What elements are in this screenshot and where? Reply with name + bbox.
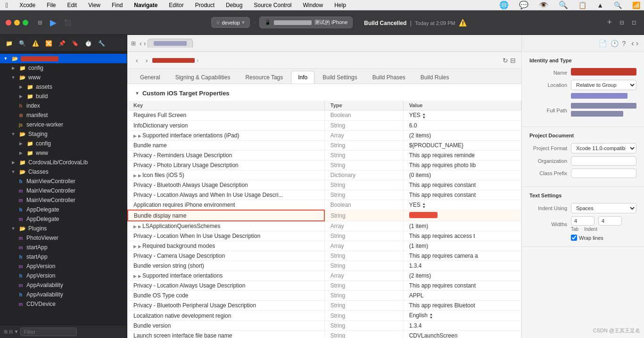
tab-resource-tags[interactable]: Resource Tags [238,71,290,84]
sidebar-item-appversion-m[interactable]: m AppVersion [15,262,127,271]
table-row[interactable]: Requires Full ScreenBooleanYES▲▼ [128,110,521,121]
right-nav-right[interactable]: › [636,39,638,48]
file-tab-icon[interactable]: ⊞ [131,40,136,47]
sidebar-nav-btn-8[interactable]: 🔧 [96,38,107,49]
table-row[interactable]: Privacy - Camera Usage DescriptionString… [128,251,521,261]
minimize-button[interactable] [14,20,20,25]
run-btn[interactable]: ▶ [48,16,58,30]
table-row[interactable]: Privacy - Location Always Usage Descript… [128,281,521,291]
nav-back-btn[interactable]: ‹ [133,56,141,65]
sidebar-item-mvc-m1[interactable]: m MainViewController [15,186,127,195]
sidebar-item-appd-m[interactable]: m AppDelegate [15,214,127,224]
prefix-input[interactable] [571,169,636,178]
stop-btn[interactable]: ⬛ [62,17,73,28]
tab-build-phases[interactable]: Build Phases [365,71,413,84]
sidebar-nav-btn-3[interactable]: ⚠️ [30,38,41,49]
editor-tab-breadcrumb[interactable] [148,39,193,48]
stepper-down[interactable]: ▼ [422,205,426,209]
indent-width-input[interactable] [598,216,622,226]
layout-btn[interactable]: ⊡ [630,17,638,28]
sidebar-item-staging-config[interactable]: ▶ 📁 config [15,139,127,148]
tab-signing[interactable]: Signing & Capabilities [168,71,238,84]
table-row[interactable]: Localization native development regionSt… [128,311,521,321]
sidebar-item-appd-h[interactable]: h AppDelegate [15,205,127,214]
sidebar-item-classes[interactable]: ▼ 📂 Classes [8,167,127,177]
table-row[interactable]: Bundle OS Type codeStringAPPL [128,291,521,301]
menubar-edit[interactable]: Edit [66,2,79,8]
right-help-icon[interactable]: ? [622,40,626,47]
table-row[interactable]: ▶ Icon files (iOS 5)Dictionary(0 items) [128,170,521,180]
close-button[interactable] [6,20,11,25]
table-row[interactable]: Bundle versionString1.3.4 [128,321,521,330]
table-row[interactable]: Privacy - Location Always and When In Us… [128,190,521,200]
menubar-source-control[interactable]: Source Control [252,2,293,8]
table-row[interactable]: ▶ LSApplicationQueriesSchemesArray(1 ite… [128,221,521,231]
tab-build-rules[interactable]: Build Rules [413,71,456,84]
indent-select[interactable]: Spaces [571,203,636,213]
sidebar-nav-btn-4[interactable]: 🔀 [43,38,54,49]
sidebar-item-appavail-h[interactable]: h AppAvailability [15,290,127,299]
maximize-button[interactable] [23,20,28,25]
sidebar-toggle-btn[interactable]: ⊞ [36,17,44,28]
menubar-help[interactable]: Help [332,2,348,8]
stepper-up[interactable]: ▲ [429,313,433,316]
stepper-down[interactable]: ▼ [429,316,433,319]
sidebar-item-appavail-m[interactable]: m AppAvailability [15,280,127,290]
tab-width-input[interactable] [571,216,594,226]
section-collapse-icon[interactable]: ▼ [135,91,140,96]
sidebar-item-startapp-m[interactable]: m startApp [15,243,127,252]
sidebar-item-mvc-h[interactable]: h MainViewController [15,177,127,186]
sidebar-item-manifest[interactable]: ⊛ manifest [15,110,127,120]
forward-nav-btn[interactable]: › [144,40,146,47]
scheme-selector[interactable]: ⑂ develop ▾ [211,17,250,28]
refresh-btn[interactable]: ↻ [503,57,508,64]
table-row[interactable]: Bundle nameString${PRODUCT_NAME} [128,140,521,150]
sidebar-item-startapp-h[interactable]: h startApp [15,252,127,262]
menubar-icon-3[interactable]: 👁️ [539,0,548,9]
sidebar-item-build[interactable]: ▶ 📁 build [15,92,127,101]
device-selector[interactable]: 📱 测试的 iPhone [259,17,353,28]
table-row[interactable]: Privacy - Bluetooth Always Usage Descrip… [128,180,521,190]
format-select[interactable]: Xcode 11.0-compatible [571,143,636,153]
sidebar-item-service-worker[interactable]: js service-worker [15,120,127,129]
table-row[interactable]: Bundle version string (short)String1.3.4 [128,261,521,271]
tab-general[interactable]: General [133,71,167,84]
sidebar-nav-btn-7[interactable]: ⏱️ [83,38,93,49]
table-row[interactable]: Privacy - Reminders Usage DescriptionStr… [128,150,521,160]
sidebar-item-plugins[interactable]: ▼ 📂 Plugins [8,224,127,233]
split-editor-btn[interactable]: ⊟ [618,17,626,28]
stepper-down[interactable]: ▼ [422,116,426,119]
table-row[interactable]: Application requires iPhone environmentB… [128,200,521,210]
tab-info[interactable]: Info [291,71,314,84]
sidebar-item-index[interactable]: h index [15,101,127,110]
add-btn[interactable]: + [605,16,614,29]
table-row[interactable]: Privacy - Bluetooth Peripheral Usage Des… [128,301,521,311]
menubar-icon-2[interactable]: 💬 [519,0,528,9]
table-row[interactable]: Privacy - Photo Library Usage Descriptio… [128,160,521,170]
menubar-product[interactable]: Product [193,2,216,8]
menubar-find[interactable]: Find [110,2,124,8]
right-clock-icon[interactable]: 🕐 [611,40,619,47]
table-row[interactable]: Bundle display nameString [128,210,521,221]
filter-input[interactable] [20,328,77,336]
sidebar-item-cordova[interactable]: ▶ 📁 CordovaLib/CordovaLib [8,158,127,167]
expand-btn[interactable]: ⊟ [510,57,516,64]
menubar-icon-6[interactable]: ▲ [597,1,603,9]
sidebar-item-cdvdevice[interactable]: m CDVDevice [15,299,127,309]
sidebar-item-staging[interactable]: ▼ 📂 Staging [8,129,127,139]
menubar-debug[interactable]: Debug [224,2,244,8]
sidebar-nav-btn-6[interactable]: 🔖 [70,38,80,49]
sidebar-item-root[interactable]: ▼ 📂 [0,54,127,63]
menubar-icon-1[interactable]: 🌐 [499,0,509,9]
menubar-window[interactable]: Window [301,2,325,8]
table-row[interactable]: InfoDictionary versionString6.0 [128,120,521,130]
table-row[interactable]: ▶ Supported interface orientationsArray(… [128,271,521,281]
sidebar-item-appversion-h[interactable]: h AppVersion [15,271,127,280]
table-row[interactable]: Launch screen interface file base nameSt… [128,330,521,338]
sidebar-nav-btn-1[interactable]: 📁 [4,38,14,49]
menubar-xcode[interactable]: Xcode [17,2,37,8]
sidebar-item-photoviewer[interactable]: m PhotoViewer [15,233,127,243]
apple-menu[interactable]:  [4,1,10,9]
sidebar-item-staging-www[interactable]: ▶ 📁 www [15,148,127,158]
menubar-editor[interactable]: Editor [167,2,185,8]
